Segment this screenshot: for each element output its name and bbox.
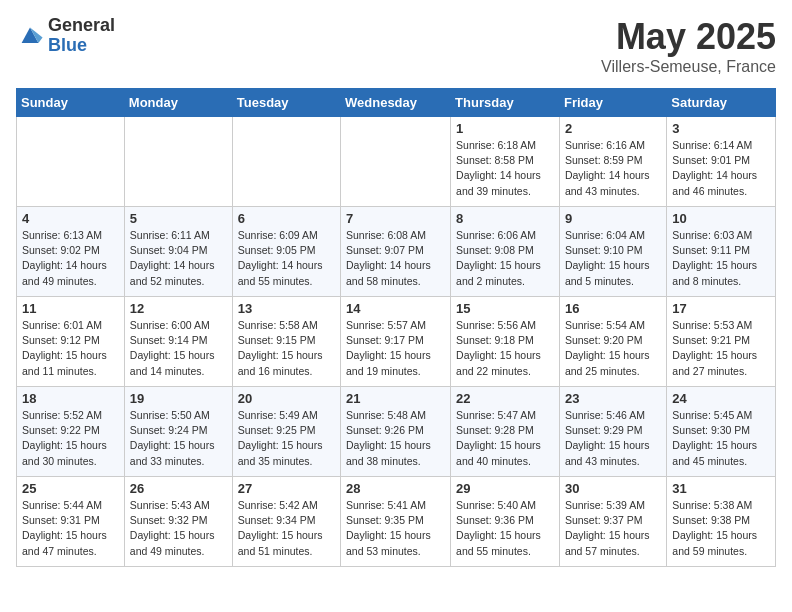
logo-icon: [16, 22, 44, 50]
calendar-cell: 2Sunrise: 6:16 AM Sunset: 8:59 PM Daylig…: [559, 117, 666, 207]
day-info: Sunrise: 5:48 AM Sunset: 9:26 PM Dayligh…: [346, 408, 445, 469]
calendar-week-row: 11Sunrise: 6:01 AM Sunset: 9:12 PM Dayli…: [17, 297, 776, 387]
calendar-subtitle: Villers-Semeuse, France: [601, 58, 776, 76]
day-info: Sunrise: 5:43 AM Sunset: 9:32 PM Dayligh…: [130, 498, 227, 559]
calendar-week-row: 4Sunrise: 6:13 AM Sunset: 9:02 PM Daylig…: [17, 207, 776, 297]
page-header: General Blue May 2025 Villers-Semeuse, F…: [16, 16, 776, 76]
header-sunday: Sunday: [17, 89, 125, 117]
day-number: 27: [238, 481, 335, 496]
day-info: Sunrise: 5:52 AM Sunset: 9:22 PM Dayligh…: [22, 408, 119, 469]
calendar-table: SundayMondayTuesdayWednesdayThursdayFrid…: [16, 88, 776, 567]
header-saturday: Saturday: [667, 89, 776, 117]
day-number: 19: [130, 391, 227, 406]
calendar-cell: 24Sunrise: 5:45 AM Sunset: 9:30 PM Dayli…: [667, 387, 776, 477]
calendar-cell: 17Sunrise: 5:53 AM Sunset: 9:21 PM Dayli…: [667, 297, 776, 387]
day-info: Sunrise: 6:08 AM Sunset: 9:07 PM Dayligh…: [346, 228, 445, 289]
day-info: Sunrise: 5:40 AM Sunset: 9:36 PM Dayligh…: [456, 498, 554, 559]
day-info: Sunrise: 5:47 AM Sunset: 9:28 PM Dayligh…: [456, 408, 554, 469]
calendar-header-row: SundayMondayTuesdayWednesdayThursdayFrid…: [17, 89, 776, 117]
calendar-cell: 14Sunrise: 5:57 AM Sunset: 9:17 PM Dayli…: [341, 297, 451, 387]
day-number: 9: [565, 211, 661, 226]
calendar-cell: 1Sunrise: 6:18 AM Sunset: 8:58 PM Daylig…: [451, 117, 560, 207]
calendar-cell: 11Sunrise: 6:01 AM Sunset: 9:12 PM Dayli…: [17, 297, 125, 387]
day-number: 10: [672, 211, 770, 226]
calendar-cell: 19Sunrise: 5:50 AM Sunset: 9:24 PM Dayli…: [124, 387, 232, 477]
day-number: 23: [565, 391, 661, 406]
day-info: Sunrise: 6:18 AM Sunset: 8:58 PM Dayligh…: [456, 138, 554, 199]
day-number: 18: [22, 391, 119, 406]
calendar-cell: 21Sunrise: 5:48 AM Sunset: 9:26 PM Dayli…: [341, 387, 451, 477]
day-info: Sunrise: 5:53 AM Sunset: 9:21 PM Dayligh…: [672, 318, 770, 379]
day-number: 24: [672, 391, 770, 406]
header-friday: Friday: [559, 89, 666, 117]
header-monday: Monday: [124, 89, 232, 117]
day-info: Sunrise: 5:42 AM Sunset: 9:34 PM Dayligh…: [238, 498, 335, 559]
calendar-cell: [17, 117, 125, 207]
day-info: Sunrise: 5:41 AM Sunset: 9:35 PM Dayligh…: [346, 498, 445, 559]
logo-text: General Blue: [48, 16, 115, 56]
day-info: Sunrise: 6:00 AM Sunset: 9:14 PM Dayligh…: [130, 318, 227, 379]
day-info: Sunrise: 5:54 AM Sunset: 9:20 PM Dayligh…: [565, 318, 661, 379]
header-tuesday: Tuesday: [232, 89, 340, 117]
day-info: Sunrise: 6:03 AM Sunset: 9:11 PM Dayligh…: [672, 228, 770, 289]
calendar-cell: 12Sunrise: 6:00 AM Sunset: 9:14 PM Dayli…: [124, 297, 232, 387]
day-number: 3: [672, 121, 770, 136]
calendar-cell: 23Sunrise: 5:46 AM Sunset: 9:29 PM Dayli…: [559, 387, 666, 477]
day-number: 20: [238, 391, 335, 406]
calendar-cell: [232, 117, 340, 207]
day-number: 26: [130, 481, 227, 496]
day-info: Sunrise: 5:39 AM Sunset: 9:37 PM Dayligh…: [565, 498, 661, 559]
day-number: 17: [672, 301, 770, 316]
logo: General Blue: [16, 16, 115, 56]
logo-general: General: [48, 16, 115, 36]
calendar-week-row: 18Sunrise: 5:52 AM Sunset: 9:22 PM Dayli…: [17, 387, 776, 477]
day-info: Sunrise: 6:04 AM Sunset: 9:10 PM Dayligh…: [565, 228, 661, 289]
day-number: 15: [456, 301, 554, 316]
day-number: 12: [130, 301, 227, 316]
day-number: 28: [346, 481, 445, 496]
day-number: 5: [130, 211, 227, 226]
header-wednesday: Wednesday: [341, 89, 451, 117]
day-number: 14: [346, 301, 445, 316]
day-number: 11: [22, 301, 119, 316]
day-info: Sunrise: 6:01 AM Sunset: 9:12 PM Dayligh…: [22, 318, 119, 379]
calendar-week-row: 1Sunrise: 6:18 AM Sunset: 8:58 PM Daylig…: [17, 117, 776, 207]
day-number: 8: [456, 211, 554, 226]
calendar-cell: 4Sunrise: 6:13 AM Sunset: 9:02 PM Daylig…: [17, 207, 125, 297]
day-number: 16: [565, 301, 661, 316]
calendar-cell: 15Sunrise: 5:56 AM Sunset: 9:18 PM Dayli…: [451, 297, 560, 387]
day-info: Sunrise: 5:58 AM Sunset: 9:15 PM Dayligh…: [238, 318, 335, 379]
calendar-cell: 9Sunrise: 6:04 AM Sunset: 9:10 PM Daylig…: [559, 207, 666, 297]
calendar-cell: 7Sunrise: 6:08 AM Sunset: 9:07 PM Daylig…: [341, 207, 451, 297]
day-info: Sunrise: 5:56 AM Sunset: 9:18 PM Dayligh…: [456, 318, 554, 379]
day-info: Sunrise: 5:57 AM Sunset: 9:17 PM Dayligh…: [346, 318, 445, 379]
calendar-cell: [124, 117, 232, 207]
day-number: 29: [456, 481, 554, 496]
day-number: 13: [238, 301, 335, 316]
calendar-cell: 27Sunrise: 5:42 AM Sunset: 9:34 PM Dayli…: [232, 477, 340, 567]
day-info: Sunrise: 6:09 AM Sunset: 9:05 PM Dayligh…: [238, 228, 335, 289]
day-info: Sunrise: 6:13 AM Sunset: 9:02 PM Dayligh…: [22, 228, 119, 289]
day-info: Sunrise: 5:45 AM Sunset: 9:30 PM Dayligh…: [672, 408, 770, 469]
day-info: Sunrise: 5:44 AM Sunset: 9:31 PM Dayligh…: [22, 498, 119, 559]
day-number: 4: [22, 211, 119, 226]
day-number: 2: [565, 121, 661, 136]
calendar-title: May 2025: [601, 16, 776, 58]
calendar-cell: [341, 117, 451, 207]
calendar-cell: 29Sunrise: 5:40 AM Sunset: 9:36 PM Dayli…: [451, 477, 560, 567]
day-number: 7: [346, 211, 445, 226]
day-info: Sunrise: 5:50 AM Sunset: 9:24 PM Dayligh…: [130, 408, 227, 469]
day-number: 22: [456, 391, 554, 406]
calendar-cell: 5Sunrise: 6:11 AM Sunset: 9:04 PM Daylig…: [124, 207, 232, 297]
header-thursday: Thursday: [451, 89, 560, 117]
logo-blue: Blue: [48, 36, 115, 56]
calendar-cell: 26Sunrise: 5:43 AM Sunset: 9:32 PM Dayli…: [124, 477, 232, 567]
day-info: Sunrise: 6:06 AM Sunset: 9:08 PM Dayligh…: [456, 228, 554, 289]
calendar-cell: 20Sunrise: 5:49 AM Sunset: 9:25 PM Dayli…: [232, 387, 340, 477]
day-number: 21: [346, 391, 445, 406]
calendar-cell: 16Sunrise: 5:54 AM Sunset: 9:20 PM Dayli…: [559, 297, 666, 387]
calendar-cell: 8Sunrise: 6:06 AM Sunset: 9:08 PM Daylig…: [451, 207, 560, 297]
day-info: Sunrise: 5:49 AM Sunset: 9:25 PM Dayligh…: [238, 408, 335, 469]
calendar-cell: 3Sunrise: 6:14 AM Sunset: 9:01 PM Daylig…: [667, 117, 776, 207]
calendar-cell: 25Sunrise: 5:44 AM Sunset: 9:31 PM Dayli…: [17, 477, 125, 567]
